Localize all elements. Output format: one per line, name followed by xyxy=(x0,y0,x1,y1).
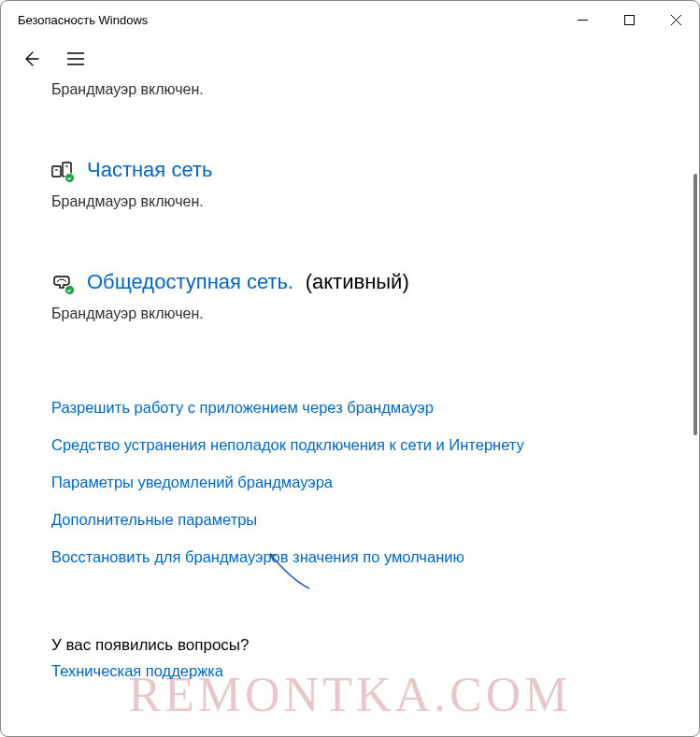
svg-rect-7 xyxy=(52,166,61,177)
private-network-status: Брандмауэр включен. xyxy=(51,193,680,210)
notification-settings-link[interactable]: Параметры уведомлений брандмауэра xyxy=(51,472,537,494)
questions-heading: У вас появились вопросы? xyxy=(51,636,680,655)
scrollbar[interactable] xyxy=(693,174,697,435)
restore-defaults-link[interactable]: Восстановить для брандмауэров значения п… xyxy=(51,546,537,569)
tech-support-link[interactable]: Техническая поддержка xyxy=(51,660,537,683)
public-network-active-label: (активный) xyxy=(306,270,409,293)
private-network-icon xyxy=(51,160,72,180)
svg-rect-1 xyxy=(624,15,634,24)
firewall-status-top: Брандмауэр включен. xyxy=(51,81,680,98)
troubleshoot-link[interactable]: Средство устранения неполадок подключени… xyxy=(51,434,537,457)
advanced-settings-link[interactable]: Дополнительные параметры xyxy=(51,509,537,531)
private-network-link[interactable]: Частная сеть xyxy=(87,158,212,182)
back-button[interactable] xyxy=(18,46,44,72)
public-network-status: Брандмауэр включен. xyxy=(51,305,680,322)
window-controls xyxy=(559,1,699,38)
public-network-icon xyxy=(51,272,72,292)
public-network-link[interactable]: Общедоступная сеть. xyxy=(87,270,293,293)
minimize-button[interactable] xyxy=(559,1,606,38)
maximize-button[interactable] xyxy=(606,1,652,38)
menu-button[interactable] xyxy=(63,46,89,72)
close-button[interactable] xyxy=(652,1,699,38)
window-title: Безопасность Windows xyxy=(18,13,148,27)
allow-app-link[interactable]: Разрешить работу с приложением через бра… xyxy=(51,397,537,419)
